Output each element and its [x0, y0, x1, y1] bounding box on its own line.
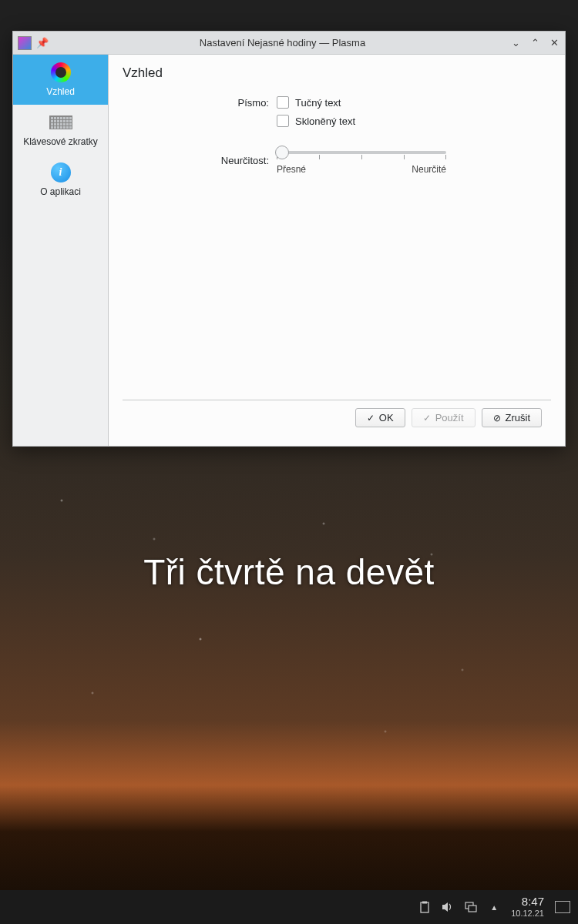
- cancel-icon: ⊘: [493, 413, 501, 424]
- svg-rect-0: [421, 902, 428, 912]
- cancel-button[interactable]: ⊘ Zrušit: [482, 408, 543, 427]
- sidebar: Vzhled Klávesové zkratky i O aplikaci: [13, 55, 109, 446]
- network-tray-icon[interactable]: [465, 901, 477, 913]
- italic-label: Skloněný text: [295, 116, 355, 127]
- settings-window: 📌 Nastavení Nejasné hodiny — Plasma ⌄ ⌃ …: [12, 31, 566, 447]
- content-area: Vzhled Písmo: Tučný text Skloněný text N…: [109, 55, 565, 446]
- tray-clock[interactable]: 8:47 10.12.21: [511, 895, 544, 919]
- bold-label: Tučný text: [295, 97, 341, 109]
- show-desktop-button[interactable]: [555, 901, 570, 913]
- desktop: Tři čtvrtě na devět 📌 Nastavení Nejasné …: [0, 0, 578, 924]
- fuzziness-label: Neurčitost:: [123, 155, 277, 166]
- pin-icon[interactable]: 📌: [36, 37, 49, 49]
- fuzziness-max-label: Neurčité: [412, 164, 446, 175]
- slider-handle[interactable]: [275, 146, 289, 159]
- fuzziness-min-label: Přesné: [277, 164, 306, 175]
- tray-expand-icon[interactable]: ▲: [488, 901, 500, 913]
- tray-date: 10.12.21: [511, 909, 544, 919]
- volume-tray-icon[interactable]: [442, 901, 454, 913]
- ok-button[interactable]: ✓ OK: [355, 408, 405, 427]
- apply-button: ✓ Použít: [412, 408, 476, 427]
- minimize-button[interactable]: ⌄: [510, 37, 522, 49]
- sidebar-item-shortcuts[interactable]: Klávesové zkratky: [13, 105, 108, 155]
- font-label: Písmo:: [123, 97, 277, 109]
- sidebar-item-label: O aplikaci: [40, 186, 81, 197]
- svg-rect-3: [469, 906, 476, 912]
- sidebar-item-label: Klávesové zkratky: [23, 136, 98, 147]
- info-icon: i: [51, 162, 71, 182]
- button-bar: ✓ OK ✓ Použít ⊘ Zrušit: [123, 400, 551, 435]
- sidebar-item-about[interactable]: i O aplikaci: [13, 155, 108, 205]
- bold-checkbox[interactable]: [277, 96, 289, 109]
- check-icon: ✓: [423, 413, 431, 424]
- page-heading: Vzhled: [123, 65, 551, 81]
- window-title: Nastavení Nejasné hodiny — Plasma: [55, 37, 510, 49]
- keyboard-icon: [49, 116, 72, 129]
- appearance-icon: [51, 62, 71, 82]
- svg-rect-1: [422, 902, 427, 904]
- maximize-button[interactable]: ⌃: [529, 37, 541, 49]
- titlebar[interactable]: 📌 Nastavení Nejasné hodiny — Plasma ⌄ ⌃ …: [13, 32, 565, 55]
- clipboard-tray-icon[interactable]: [418, 901, 431, 913]
- close-button[interactable]: ✕: [549, 37, 560, 49]
- fuzzy-clock-text: Tři čtvrtě na devět: [143, 552, 435, 592]
- sidebar-item-appearance[interactable]: Vzhled: [13, 55, 108, 105]
- fuzziness-slider[interactable]: [277, 146, 446, 159]
- check-icon: ✓: [367, 413, 375, 424]
- sidebar-item-label: Vzhled: [46, 86, 75, 97]
- fuzzy-clock-widget[interactable]: Tři čtvrtě na devět: [0, 551, 578, 593]
- tray-time: 8:47: [511, 895, 544, 909]
- app-icon: [18, 36, 32, 50]
- italic-checkbox[interactable]: [277, 115, 289, 127]
- taskbar: ▲ 8:47 10.12.21: [0, 890, 578, 924]
